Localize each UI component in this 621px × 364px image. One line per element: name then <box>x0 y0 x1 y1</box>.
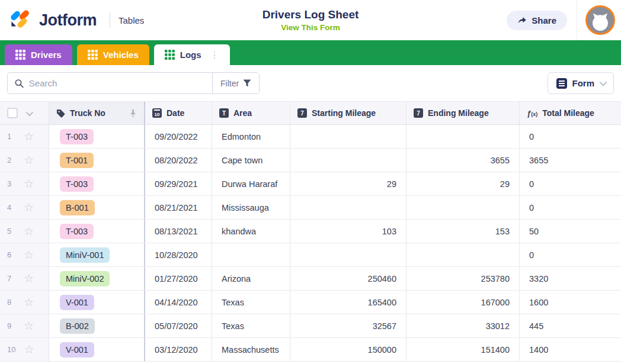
form-button[interactable]: Form <box>548 72 614 94</box>
brand[interactable]: Jotform Tables <box>0 9 144 31</box>
cell-total[interactable]: 3655 <box>520 149 621 172</box>
star-icon[interactable]: ☆ <box>24 320 34 331</box>
cell-date[interactable]: 10/28/2020 <box>145 243 212 266</box>
tab-vehicles[interactable]: Vehicles <box>77 44 149 65</box>
cell-ending[interactable]: 3655 <box>406 149 520 172</box>
cell-truck-no[interactable]: T-003 <box>49 220 145 243</box>
table-row: 7 ☆ MiniV-002 01/27/2020 Arizona 250460 … <box>0 267 621 291</box>
star-icon[interactable]: ☆ <box>24 297 34 308</box>
cell-truck-no[interactable]: V-001 <box>49 338 145 361</box>
row-number: 6 <box>7 250 15 259</box>
jotform-logo-icon <box>9 9 32 31</box>
cell-total[interactable]: 0 <box>520 243 621 266</box>
cell-truck-no[interactable]: T-003 <box>49 125 145 148</box>
row-number: 4 <box>7 203 15 212</box>
share-button[interactable]: Share <box>507 11 567 30</box>
table-grid-icon <box>165 50 175 60</box>
cell-truck-no[interactable]: B-001 <box>49 196 145 219</box>
cell-area[interactable]: Durwa Hararaf <box>212 172 290 195</box>
cell-ending[interactable]: 253780 <box>406 267 520 290</box>
cell-date[interactable]: 04/14/2020 <box>145 291 212 314</box>
cell-date[interactable]: 03/12/2020 <box>145 338 212 361</box>
cell-area[interactable]: Texas <box>212 291 290 314</box>
column-header-date[interactable]: 10 Date <box>145 102 212 124</box>
cell-truck-no[interactable]: B-002 <box>49 314 145 337</box>
cell-date[interactable]: 05/07/2020 <box>145 314 212 337</box>
cell-truck-no[interactable]: T-001 <box>49 149 145 172</box>
cell-area[interactable]: Cape town <box>212 149 290 172</box>
cell-starting[interactable] <box>290 243 406 266</box>
tab-logs[interactable]: Logs ⋮ <box>154 44 230 65</box>
cell-starting[interactable]: 29 <box>290 172 406 195</box>
cell-total[interactable]: 1400 <box>520 338 621 361</box>
cell-truck-no[interactable]: MiniV-001 <box>49 243 145 266</box>
cell-total[interactable]: 0 <box>520 125 621 148</box>
cell-starting[interactable]: 150000 <box>290 338 406 361</box>
cell-area[interactable]: khandwa <box>212 220 290 243</box>
cell-ending[interactable]: 33012 <box>406 314 520 337</box>
cell-ending[interactable]: 151400 <box>406 338 520 361</box>
cell-truck-no[interactable]: MiniV-002 <box>49 267 145 290</box>
cell-ending[interactable]: 153 <box>406 220 520 243</box>
filter-button[interactable]: Filter <box>212 73 259 94</box>
cell-total[interactable]: 1600 <box>520 291 621 314</box>
cell-total[interactable]: 0 <box>520 196 621 219</box>
star-icon[interactable]: ☆ <box>24 273 34 284</box>
star-icon[interactable]: ☆ <box>24 154 34 166</box>
cell-total[interactable]: 3320 <box>520 267 621 290</box>
cell-date[interactable]: 08/20/2022 <box>145 149 212 172</box>
search-box[interactable] <box>8 73 212 94</box>
cell-area[interactable]: Massachusetts <box>212 338 290 361</box>
column-header-truck-no[interactable]: Truck No <box>49 102 145 124</box>
column-header-total-mileage[interactable]: ƒ(x) Total Mileage <box>520 102 621 124</box>
cell-starting[interactable]: 32567 <box>290 314 406 337</box>
cell-date[interactable]: 09/20/2022 <box>145 125 212 148</box>
column-header-area[interactable]: T Area <box>212 102 290 124</box>
cell-area[interactable]: Arizona <box>212 267 290 290</box>
cell-date[interactable]: 08/13/2021 <box>145 220 212 243</box>
cell-area[interactable] <box>212 243 290 266</box>
cell-total[interactable]: 445 <box>520 314 621 337</box>
star-icon[interactable]: ☆ <box>24 178 34 189</box>
cell-date[interactable]: 08/21/2021 <box>145 196 212 219</box>
tag-icon <box>56 109 65 118</box>
star-icon[interactable]: ☆ <box>24 249 34 260</box>
cell-area[interactable]: Mississauga <box>212 196 290 219</box>
cell-starting[interactable] <box>290 196 406 219</box>
star-icon[interactable]: ☆ <box>24 226 34 237</box>
table-header-row: Truck No 10 Date T Area 7 Starting Milea… <box>0 101 621 125</box>
select-all-checkbox[interactable] <box>7 108 18 118</box>
avatar[interactable] <box>585 5 615 35</box>
cell-area[interactable]: Texas <box>212 314 290 337</box>
cell-ending[interactable]: 167000 <box>406 291 520 314</box>
star-icon[interactable]: ☆ <box>24 344 34 355</box>
column-label: Total Mileage <box>542 108 594 118</box>
cell-starting[interactable]: 250460 <box>290 267 406 290</box>
cell-date[interactable]: 09/29/2021 <box>145 172 212 195</box>
cell-starting[interactable] <box>290 125 406 148</box>
cell-starting[interactable] <box>290 149 406 172</box>
cell-starting[interactable]: 103 <box>290 220 406 243</box>
cell-truck-no[interactable]: T-003 <box>49 172 145 195</box>
pin-icon[interactable] <box>129 109 137 118</box>
cell-total[interactable]: 50 <box>520 220 621 243</box>
chevron-down-icon[interactable] <box>26 108 34 116</box>
cell-ending[interactable] <box>406 243 520 266</box>
cell-total[interactable]: 0 <box>520 172 621 195</box>
cell-ending[interactable] <box>406 125 520 148</box>
cell-truck-no[interactable]: V-001 <box>49 291 145 314</box>
column-label: Ending Mileage <box>428 108 489 118</box>
column-header-ending-mileage[interactable]: 7 Ending Mileage <box>406 102 520 124</box>
cell-ending[interactable] <box>406 196 520 219</box>
tab-drivers[interactable]: Drivers <box>5 44 72 65</box>
view-this-form-link[interactable]: View This Form <box>281 23 340 32</box>
cell-starting[interactable]: 165400 <box>290 291 406 314</box>
star-icon[interactable]: ☆ <box>24 131 34 142</box>
cell-date[interactable]: 01/27/2020 <box>145 267 212 290</box>
search-input[interactable] <box>29 78 205 88</box>
column-header-starting-mileage[interactable]: 7 Starting Mileage <box>290 102 406 124</box>
star-icon[interactable]: ☆ <box>24 202 34 213</box>
tab-menu-dots-icon[interactable]: ⋮ <box>210 50 219 59</box>
cell-area[interactable]: Edmonton <box>212 125 290 148</box>
cell-ending[interactable]: 29 <box>406 172 520 195</box>
